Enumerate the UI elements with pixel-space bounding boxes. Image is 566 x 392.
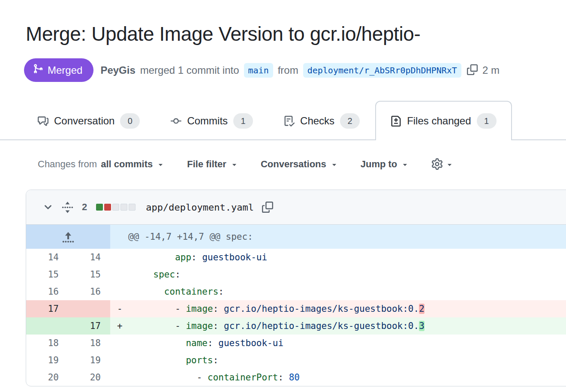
changes-from-dropdown[interactable]: Changes from all commits: [38, 159, 165, 170]
old-line-number[interactable]: 18: [26, 335, 68, 352]
git-commit-icon: [171, 116, 181, 127]
diff-line-context: 1515 spec:: [26, 266, 566, 283]
diffstat-square-neutral: [120, 204, 127, 211]
diff-toolbar: Changes from all commits File filter Con…: [38, 158, 566, 170]
old-line-number[interactable]: 15: [26, 266, 68, 283]
merged-status-badge: Merged: [24, 58, 93, 82]
diff-settings-dropdown[interactable]: [431, 158, 454, 170]
diff-marker: -: [117, 300, 132, 317]
diff-code-cell: - - image: gcr.io/heptio-images/ks-guest…: [110, 300, 566, 317]
caret-down-icon: [446, 160, 454, 169]
diff-line-context: 1616 containers:: [26, 283, 566, 300]
gear-icon: [431, 158, 443, 170]
hunk-header-row: @@ -14,7 +14,7 @@ spec:: [26, 225, 566, 249]
conversations-label: Conversations: [261, 159, 326, 170]
old-line-number[interactable]: 19: [26, 352, 68, 369]
diff-line-context: 1414 app: guestbook-ui: [26, 249, 566, 266]
expand-hunk-button[interactable]: [26, 225, 110, 249]
merge-timestamp: 2 m: [482, 64, 500, 76]
diffstat-square-neutral: [112, 204, 119, 211]
new-line-number[interactable]: 19: [68, 352, 110, 369]
diff-code-cell: name: guestbook-ui: [110, 335, 566, 352]
old-line-number[interactable]: 16: [26, 283, 68, 300]
changes-from-value: all commits: [101, 159, 153, 170]
diff-line-del: 17- - image: gcr.io/heptio-images/ks-gue…: [26, 300, 566, 317]
old-line-number[interactable]: 20: [26, 369, 68, 386]
caret-down-icon: [401, 160, 409, 169]
page-title: Merge: Update Image Version to gcr.io/he…: [26, 22, 566, 45]
diff-code-cell: ports:: [110, 352, 566, 369]
expand-up-icon: [62, 232, 75, 242]
drag-handle-icon[interactable]: [62, 201, 73, 214]
tab-commits[interactable]: Commits 1: [155, 103, 268, 139]
diff-table: @@ -14,7 +14,7 @@ spec:1414 app: guestbo…: [26, 225, 566, 386]
tab-label: Commits: [187, 115, 228, 127]
collapse-file-button[interactable]: [42, 202, 54, 213]
git-merge-icon: [33, 63, 43, 77]
tab-conversation[interactable]: Conversation 0: [24, 103, 155, 139]
file-path[interactable]: app/deployment.yaml: [146, 202, 254, 213]
pr-tab-bar: Conversation 0 Commits 1 Checks 2 Files …: [0, 103, 566, 140]
from-text: from: [278, 64, 298, 76]
new-line-number[interactable]: 16: [68, 283, 110, 300]
jump-to-label: Jump to: [361, 159, 397, 170]
diff-marker: +: [117, 317, 132, 335]
diff-code-cell: spec:: [110, 266, 566, 283]
file-diff-card: 2 app/deployment.yaml @@ -14,7 +14,7 @@ …: [26, 190, 566, 386]
tab-counter: 1: [477, 113, 497, 129]
checklist-icon: [284, 116, 295, 127]
comment-discussion-icon: [38, 116, 48, 127]
old-line-number[interactable]: [26, 317, 68, 335]
pull-request-files-page: Merge: Update Image Version to gcr.io/he…: [0, 22, 566, 392]
diff-code-cell: - containerPort: 80: [110, 369, 566, 386]
head-branch-label[interactable]: deployment/r_AbSRr0pDhDHPNRxT: [303, 63, 461, 78]
author-link[interactable]: PeyGis: [100, 64, 135, 76]
old-line-number[interactable]: 14: [26, 249, 68, 266]
copy-file-path-button[interactable]: [262, 202, 273, 213]
diffstat-square-added: [96, 204, 103, 211]
diffstat-square-neutral: [129, 204, 135, 211]
hunk-header-text: @@ -14,7 +14,7 @@ spec:: [110, 225, 566, 249]
base-branch-label[interactable]: main: [244, 63, 273, 78]
file-diff-icon: [391, 116, 401, 127]
diff-line-context: 1919 ports:: [26, 352, 566, 369]
merge-action-text: merged 1 commit into: [140, 64, 239, 76]
caret-down-icon: [230, 160, 238, 169]
old-line-number[interactable]: 17: [26, 300, 68, 317]
tab-counter: 1: [233, 113, 253, 129]
conversations-dropdown[interactable]: Conversations: [261, 159, 338, 170]
file-filter-label: File filter: [187, 159, 226, 170]
new-line-number[interactable]: 18: [68, 335, 110, 352]
diffstat-square-deleted: [104, 204, 111, 211]
merged-badge-label: Merged: [48, 64, 82, 76]
copy-icon: [467, 64, 478, 76]
merge-summary: PeyGis merged 1 commit into main from de…: [100, 63, 500, 78]
tab-counter: 0: [120, 113, 140, 129]
tab-counter: 2: [340, 113, 360, 129]
new-line-number[interactable]: [68, 300, 110, 317]
caret-down-icon: [330, 160, 338, 169]
new-line-number[interactable]: 20: [68, 369, 110, 386]
changes-from-prefix: Changes from: [38, 159, 97, 170]
file-filter-dropdown[interactable]: File filter: [187, 159, 238, 170]
new-line-number[interactable]: 17: [68, 317, 110, 335]
diff-code-cell: + - image: gcr.io/heptio-images/ks-guest…: [110, 317, 566, 335]
tab-label: Files changed: [407, 115, 471, 127]
file-header: 2 app/deployment.yaml: [26, 190, 566, 225]
diff-line-context: 1818 name: guestbook-ui: [26, 335, 566, 352]
pr-status-row: Merged PeyGis merged 1 commit into main …: [24, 58, 566, 82]
jump-to-dropdown[interactable]: Jump to: [361, 159, 409, 170]
tab-label: Conversation: [54, 115, 114, 127]
new-line-number[interactable]: 14: [68, 249, 110, 266]
file-changes-count: 2: [82, 202, 87, 213]
diff-code-cell: app: guestbook-ui: [110, 249, 566, 266]
diff-line-add: 17+ - image: gcr.io/heptio-images/ks-gue…: [26, 317, 566, 335]
chevron-down-icon: [42, 202, 54, 213]
copy-icon: [262, 202, 273, 213]
tab-files-changed[interactable]: Files changed 1: [375, 101, 512, 140]
new-line-number[interactable]: 15: [68, 266, 110, 283]
tab-checks[interactable]: Checks 2: [268, 103, 375, 139]
diffstat-squares: [96, 204, 135, 211]
copy-branch-button[interactable]: [467, 64, 478, 76]
diff-code-cell: containers:: [110, 283, 566, 300]
